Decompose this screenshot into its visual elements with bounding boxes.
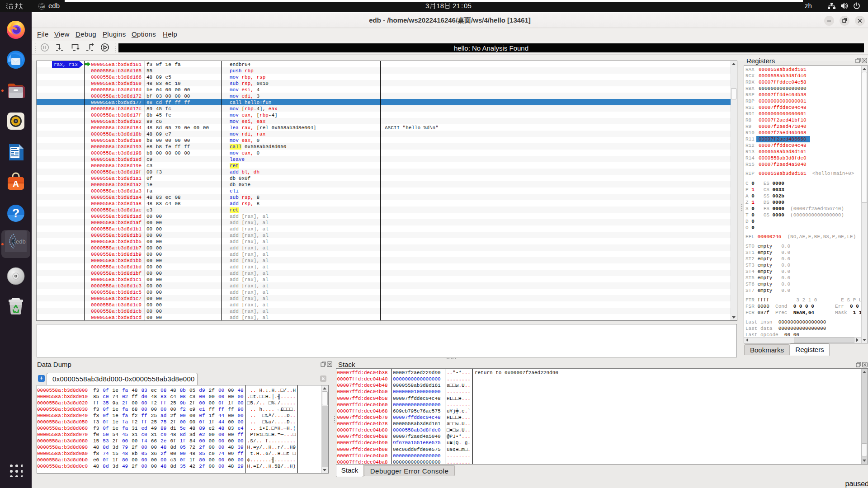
svg-text:edb: edb — [40, 5, 45, 8]
svg-text:?: ? — [12, 206, 20, 220]
svg-text:A: A — [13, 179, 19, 189]
svg-text:edb: edb — [16, 238, 26, 245]
